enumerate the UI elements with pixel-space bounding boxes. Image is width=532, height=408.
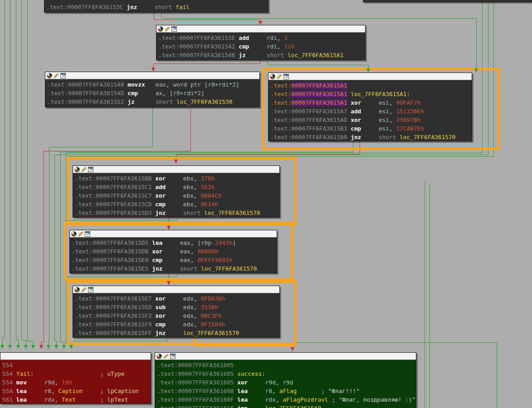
node-edit-icon[interactable] (165, 26, 170, 32)
asm-token-pln: , (51, 388, 58, 394)
asm-line[interactable]: .text:00007FF6FA3615BB xor ebx, 378h (75, 174, 279, 183)
asm-line[interactable]: .text:00007FF6FA3615DB xor eax, 0A808h (72, 247, 277, 256)
asm-line[interactable]: .text:00007FF6FA3615C7 xor ebx, 0B84Ch (75, 191, 279, 200)
asm-line[interactable]: .text:00007FF6FA36153E add rdi, 2 (158, 34, 365, 42)
asm-token-pfx: .text: (270, 91, 291, 97)
asm-line[interactable]: .text:00007FF6FA3615F3 xor edx, 0BC3Fh (75, 311, 279, 320)
graph-edge (154, 19, 261, 20)
node-open-window-icon[interactable] (283, 74, 289, 79)
node-title-bar[interactable] (73, 166, 279, 173)
asm-line[interactable]: .text:00007FF6FA3615E5 jnz short loc_7FF… (72, 264, 277, 273)
basic-block-top-right-partial[interactable] (363, 0, 532, 2)
node-color-icon[interactable] (74, 167, 80, 172)
graph-edge (268, 65, 369, 65)
asm-line[interactable]: .text:00007FF6FA361552 jz short loc_7FF6… (47, 97, 259, 106)
node-open-window-icon[interactable] (60, 73, 66, 78)
asm-line[interactable]: .text:00007FF6FA361546 jz short loc_7FF6… (158, 51, 365, 59)
asm-line[interactable]: 554 (2, 361, 151, 369)
basic-block-success[interactable]: .text:00007FF6FA361605.text:00007FF6FA36… (155, 352, 416, 408)
asm-line[interactable]: .text:00007FF6FA3615FF jnz loc_7FF6FA361… (75, 329, 279, 337)
graph-canvas[interactable]: .text:00007FF6FA36153C jnz short fail.te… (0, 0, 532, 408)
node-edit-icon[interactable] (277, 74, 282, 79)
asm-line[interactable]: .text:00007FF6FA361605 success: (157, 369, 416, 378)
node-edit-icon[interactable] (81, 167, 87, 172)
node-open-window-icon[interactable] (88, 287, 93, 292)
asm-line[interactable]: .text:00007FF6FA3615E0 cmp eax, 0FFFF468… (72, 256, 277, 264)
node-edit-icon[interactable] (78, 231, 83, 237)
basic-block-1548[interactable]: .text:00007FF6FA361548 movzx eax, word p… (45, 72, 260, 107)
node-color-icon[interactable] (158, 26, 163, 32)
basic-block-153E[interactable]: .text:00007FF6FA36153E add rdi, 2.text:0… (156, 25, 366, 60)
node-title-bar[interactable] (45, 72, 259, 79)
asm-token-addr: .text:00007FF6FA3615F9 (75, 321, 155, 328)
asm-token-reg: ebx (183, 192, 194, 199)
asm-line[interactable]: .text:00007FF6FA3615E7 xor edx, 0FD836h (75, 294, 279, 303)
node-title-bar[interactable] (0, 353, 151, 360)
asm-line[interactable]: .text:00007FF6FA3615A1 xor esi, 0DFAF7h (270, 98, 472, 107)
asm-token-mnem: mov (16, 379, 44, 386)
node-title-bar[interactable] (155, 353, 416, 360)
basic-block-15A1[interactable]: .text:00007FF6FA3615A1.text:00007FF6FA36… (268, 73, 472, 141)
asm-token-addr: .text:00007FF6FA361542 (158, 43, 239, 50)
asm-line[interactable]: .text:00007FF6FA3615A1 loc_7FF6FA3615A1: (270, 90, 472, 98)
asm-line[interactable]: .text:00007FF6FA3615CD cmp ebx, 9E14h (75, 200, 279, 209)
node-color-icon[interactable] (270, 74, 275, 79)
asm-token-lbl: fail (176, 4, 190, 10)
basic-block-15BB[interactable]: .text:00007FF6FA3615BB xor ebx, 378h.tex… (73, 165, 280, 218)
basic-block-fail[interactable]: 554554 fail: ; uType554 mov r9d, 10h55A … (0, 352, 151, 404)
asm-line[interactable]: 561 lea rdx, Text ; lpText (2, 395, 151, 404)
asm-line[interactable]: .text:00007FF6FA3615D3 jnz short loc_7FF… (75, 209, 279, 217)
asm-token-num: 9E14h (200, 201, 218, 208)
node-title-bar[interactable] (70, 230, 277, 238)
node-edit-icon[interactable] (163, 354, 169, 359)
node-color-icon[interactable] (74, 287, 80, 292)
asm-line[interactable]: .text:00007FF6FA3615B3 cmp esi, 17CAB7Eh (270, 124, 472, 133)
asm-line[interactable]: .text:00007FF6FA3615F9 cmp edx, 0F1584h (75, 320, 279, 329)
asm-line[interactable]: .text:00007FF6FA361542 cmp rdi, 11h (158, 42, 365, 51)
asm-line[interactable]: .text:00007FF6FA3615A7 add esi, 151336Eh (270, 107, 472, 116)
asm-token-addr: .text:00007FF6FA361546 (158, 52, 239, 58)
asm-line[interactable]: 554 mov r9d, 10h (2, 378, 151, 387)
asm-line[interactable]: .text:00007FF6FA36160F lea rdx, aFlagPoz… (157, 395, 416, 404)
asm-token-num: 11h (284, 43, 294, 50)
asm-line[interactable]: .text:00007FF6FA3615AD xor esi, 23B97Bh (270, 116, 472, 124)
asm-line[interactable]: .text:00007FF6FA3615B9 jnz short loc_7FF… (270, 133, 472, 141)
node-open-window-icon[interactable] (170, 354, 176, 359)
asm-line[interactable]: .text:00007FF6FA361605 (157, 361, 416, 369)
node-title-bar[interactable] (268, 73, 472, 80)
asm-line[interactable]: .text:00007FF6FA3615A1 (270, 81, 472, 90)
node-edit-icon[interactable] (54, 73, 59, 78)
asm-token-addr: .text:00007FF6FA361548 (47, 81, 127, 88)
basic-block-15E7[interactable]: .text:00007FF6FA3615E7 xor edx, 0FD836h.… (73, 286, 280, 338)
node-open-window-icon[interactable] (85, 231, 90, 237)
basic-block-15D5[interactable]: .text:00007FF6FA3615D5 lea eax, [rbp-244… (69, 230, 277, 273)
asm-token-reg: esi (379, 99, 389, 106)
asm-line[interactable]: .text:00007FF6FA36154D cmp ax, [r9+rdi*2… (47, 89, 259, 97)
asm-token-cmt: ; lpCaption (100, 388, 139, 394)
asm-token-cmt: ; uType (100, 370, 125, 377)
asm-line[interactable]: .text:00007FF6FA3615ED sub edx, 3338h (75, 303, 279, 311)
node-open-window-icon[interactable] (88, 167, 93, 172)
node-open-window-icon[interactable] (171, 26, 177, 32)
asm-line[interactable]: 554 fail: ; uType (2, 369, 151, 378)
asm-token-reg: r8 (265, 388, 272, 394)
node-edit-icon[interactable] (81, 287, 87, 292)
node-color-icon[interactable] (47, 73, 52, 78)
asm-line[interactable]: .text:00007FF6FA3615D5 lea eax, [rbp-244… (72, 238, 277, 247)
asm-token-addr: 554 (2, 370, 16, 377)
asm-line[interactable]: .text:00007FF6FA3615C1 add ebx, 551h (75, 183, 279, 191)
asm-line[interactable]: .text:00007FF6FA361616 jmp loc_7FF6FA361… (157, 404, 416, 408)
asm-line[interactable]: .text:00007FF6FA361608 lea r8, aFlag ; "… (157, 387, 416, 395)
asm-line[interactable]: .text:00007FF6FA36153C jnz short fail (46, 3, 268, 11)
graph-edge (66, 153, 483, 153)
node-title-bar[interactable] (156, 25, 365, 33)
node-color-icon[interactable] (156, 354, 162, 359)
asm-token-reg: esi (379, 117, 389, 123)
graph-edge (54, 155, 55, 341)
node-color-icon[interactable] (71, 231, 77, 237)
asm-line[interactable]: .text:00007FF6FA361548 movzx eax, word p… (47, 80, 259, 89)
asm-line[interactable]: 55A lea r8, Caption ; lpCaption (2, 387, 151, 395)
basic-block-top-partial[interactable]: .text:00007FF6FA36153C jnz short fail (44, 0, 268, 13)
node-title-bar[interactable] (73, 286, 279, 293)
asm-line[interactable]: .text:00007FF6FA361605 xor r9d, r9d (157, 378, 416, 387)
